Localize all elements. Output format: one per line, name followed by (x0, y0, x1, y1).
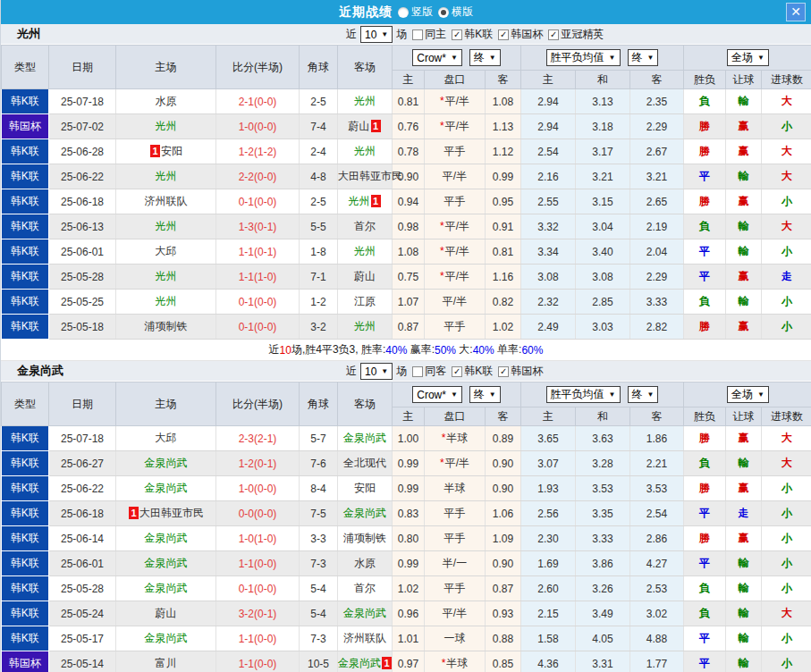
team-name: 安阳 (354, 482, 376, 494)
section-header-gwangju: 光州 近10▼场同主✓韩K联✓韩国杯✓亚冠精英 (1, 24, 811, 45)
checked-checkbox-icon[interactable]: ✓ (498, 366, 509, 377)
radio-selected-icon[interactable] (438, 7, 449, 18)
league-filter-checkbox[interactable]: ✓韩K联 (452, 27, 493, 42)
close-button[interactable]: ✕ (786, 3, 806, 21)
checked-checkbox-icon[interactable]: ✓ (548, 29, 559, 40)
avg-home-odds: 1.93 (521, 476, 576, 501)
chevron-down-icon: ▼ (489, 391, 496, 399)
away-team-cell: 蔚山1 (338, 114, 393, 139)
result-goals-cell: 小 (762, 239, 811, 265)
home-team-cell: 浦项制铁 (116, 315, 216, 340)
recent-count-select[interactable]: 10▼ (360, 363, 393, 380)
avg-away-odds: 3.33 (630, 290, 684, 315)
result-goals-cell: 大 (762, 214, 811, 239)
odds-stage-select[interactable]: 终▼ (469, 386, 501, 403)
col-header-handicap: 盘口 (425, 407, 486, 426)
unchecked-checkbox-icon[interactable] (412, 366, 423, 377)
result-goals-cell: 小 (762, 501, 811, 526)
scope-select[interactable]: 全场▼ (727, 49, 769, 66)
col-header-handicap-result: 让球 (726, 407, 762, 426)
avg-home-odds: 2.56 (521, 501, 576, 526)
same-venue-checkbox[interactable]: 同客 (412, 364, 446, 379)
league-filter-checkbox[interactable]: ✓韩国杯 (498, 27, 543, 42)
date-cell: 25-06-22 (49, 164, 116, 189)
checkbox-label: 同客 (425, 364, 446, 379)
score-cell: 1-0(0-0) (216, 114, 300, 139)
handicap-home-odds: 0.75 (393, 265, 425, 290)
unchecked-checkbox-icon[interactable] (412, 29, 423, 40)
handicap-home-odds: 1.02 (393, 576, 425, 601)
handicap-away-odds: 0.91 (486, 214, 521, 239)
checked-checkbox-icon[interactable]: ✓ (452, 29, 462, 40)
away-team-cell: 济州联队 (338, 626, 393, 651)
score-cell: 1-1(0-0) (216, 651, 300, 672)
corners-cell: 5-4 (300, 601, 338, 626)
result-goals-cell: 大 (762, 601, 811, 626)
radio-unselected-icon[interactable] (398, 7, 409, 18)
summary-segment: 场,胜4平3负3, 胜率: (291, 342, 385, 357)
league-cell: 韩K联 (2, 214, 49, 239)
avg-stage-select[interactable]: 终▼ (628, 386, 659, 403)
col-header-away: 客场 (338, 382, 393, 426)
col-header-type: 类型 (2, 382, 49, 426)
chevron-down-icon: ▼ (489, 54, 496, 62)
scope-select[interactable]: 全场▼ (727, 386, 769, 403)
result-handicap-cell: 赢 (726, 476, 762, 501)
summary-segment: 60% (521, 344, 543, 357)
team-name: 金泉尚武 (145, 632, 188, 644)
handicap-home-odds: 0.76 (393, 114, 425, 139)
col-header-avg-draw: 和 (576, 71, 630, 89)
handicap-away-odds: 0.93 (486, 601, 521, 626)
checked-checkbox-icon[interactable]: ✓ (452, 366, 462, 377)
result-handicap-cell: 走 (726, 501, 762, 526)
odds-company-select[interactable]: Crow*▼ (412, 49, 462, 66)
league-filter-checkbox[interactable]: ✓韩国杯 (498, 364, 543, 379)
handicap-home-odds: 0.78 (393, 139, 425, 164)
home-team-cell: 光州 (116, 164, 216, 189)
team-name: 光州 (156, 220, 177, 232)
layout-radio-horizontal[interactable]: 横版 (438, 4, 473, 20)
avg-type-select[interactable]: 胜平负均值▼ (546, 386, 621, 403)
handicap-home-odds: 0.99 (393, 451, 425, 476)
same-venue-checkbox[interactable]: 同主 (412, 27, 446, 42)
result-goals-cell: 大 (762, 139, 811, 164)
result-goals-cell: 小 (762, 626, 811, 651)
result-group-header: 全场▼ (684, 382, 811, 407)
league-filter-checkbox[interactable]: ✓亚冠精英 (548, 27, 604, 42)
away-team-cell: 光州 (338, 89, 393, 114)
col-header-odds-away: 客 (486, 71, 521, 89)
checked-checkbox-icon[interactable]: ✓ (498, 29, 509, 40)
avg-home-odds: 3.07 (521, 451, 576, 476)
team-name: 光州 (354, 95, 376, 107)
avg-stage-select[interactable]: 终▼ (628, 49, 659, 66)
match-row: 韩K联25-05-25光州0-1(0-0)1-2江原1.07平/半0.822.3… (2, 290, 811, 315)
col-header-avg-home: 主 (521, 407, 576, 426)
match-row: 韩K联25-06-27金泉尚武1-2(0-1)7-6全北现代0.99*平/半0.… (2, 451, 811, 476)
odds-company-select[interactable]: Crow*▼ (412, 386, 462, 403)
filters-bar: 近10▼场同主✓韩K联✓韩国杯✓亚冠精英 (346, 24, 604, 45)
red-1-badge: 1 (150, 145, 160, 157)
corners-cell: 7-5 (300, 501, 338, 526)
odds-stage-select[interactable]: 终▼ (469, 49, 501, 66)
red-1-badge: 1 (371, 120, 381, 132)
corners-cell: 7-3 (300, 551, 338, 576)
recent-count-select[interactable]: 10▼ (360, 26, 393, 43)
handicap-group-header: Crow*▼ 终▼ (393, 46, 521, 71)
score-cell: 0-1(0-0) (216, 290, 300, 315)
away-team-cell: 江原 (338, 290, 393, 315)
corners-cell: 10-5 (300, 651, 338, 672)
avg-type-select[interactable]: 胜平负均值▼ (546, 49, 621, 66)
avg-away-odds: 2.04 (630, 239, 684, 265)
result-goals-cell: 小 (762, 315, 811, 340)
result-goals-cell: 小 (762, 189, 811, 214)
chevron-down-icon: ▼ (381, 367, 388, 375)
team-name: 金泉尚武 (145, 582, 188, 594)
result-wdl-cell: 負 (684, 290, 726, 315)
team-name: 蔚山 (349, 120, 370, 132)
result-wdl-cell: 負 (684, 576, 726, 601)
layout-radio-vertical[interactable]: 竖版 (398, 4, 433, 20)
league-filter-checkbox[interactable]: ✓韩K联 (452, 364, 493, 379)
col-header-away: 客场 (338, 46, 393, 89)
date-cell: 25-06-01 (49, 239, 116, 265)
handicap-home-odds: 1.08 (393, 239, 425, 265)
